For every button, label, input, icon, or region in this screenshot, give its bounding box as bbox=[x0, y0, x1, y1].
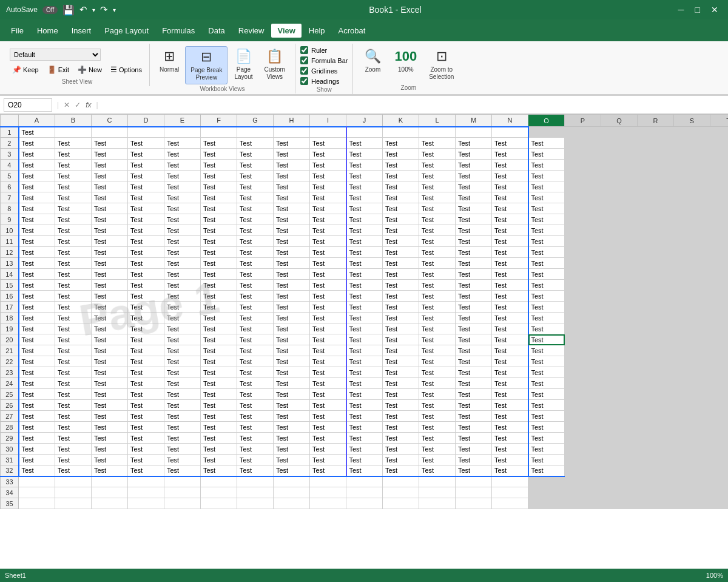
exit-button[interactable]: 🚪 Exit bbox=[45, 64, 72, 75]
cell-r29-c8[interactable]: Test bbox=[310, 433, 346, 444]
cell-r5-c18[interactable] bbox=[674, 171, 710, 181]
maximize-button[interactable]: □ bbox=[692, 5, 704, 15]
cell-r24-c4[interactable]: Test bbox=[164, 378, 201, 389]
cell-r3-c7[interactable]: Test bbox=[274, 149, 310, 160]
cell-r6-c11[interactable]: Test bbox=[419, 181, 456, 192]
cell-r8-c10[interactable]: Test bbox=[383, 203, 419, 214]
cell-r10-c8[interactable]: Test bbox=[310, 225, 346, 236]
cell-r14-c2[interactable]: Test bbox=[92, 269, 128, 280]
cell-r15-c1[interactable]: Test bbox=[55, 280, 92, 291]
cell-r23-c15[interactable] bbox=[565, 367, 601, 378]
cell-r29-c19[interactable] bbox=[710, 433, 729, 444]
cell-r21-c3[interactable]: Test bbox=[128, 345, 164, 356]
col-header-i[interactable]: I bbox=[310, 115, 346, 127]
menu-acrobat[interactable]: Acrobat bbox=[332, 24, 372, 38]
cell-r29-c11[interactable]: Test bbox=[419, 433, 456, 444]
cell-r4-c1[interactable]: Test bbox=[55, 160, 92, 171]
cell-r6-c18[interactable] bbox=[674, 181, 710, 192]
cell-r10-c11[interactable]: Test bbox=[419, 225, 456, 236]
cell-r22-c3[interactable]: Test bbox=[128, 356, 164, 367]
formula-bar-checkbox-row[interactable]: Formula Bar bbox=[300, 56, 348, 64]
cell-r28-c14[interactable]: Test bbox=[528, 422, 565, 433]
cell-r7-c5[interactable]: Test bbox=[201, 192, 237, 203]
cell-r9-c7[interactable]: Test bbox=[274, 214, 310, 225]
cell-r8-c7[interactable]: Test bbox=[274, 203, 310, 214]
cell-r21-c11[interactable]: Test bbox=[419, 345, 456, 356]
cell-r32-c11[interactable]: Test bbox=[419, 465, 456, 476]
cell-r11-c18[interactable] bbox=[674, 236, 710, 247]
cell-r14-c10[interactable]: Test bbox=[383, 269, 419, 280]
cell-r5-c1[interactable]: Test bbox=[55, 171, 92, 181]
sheet-tab[interactable]: Sheet1 bbox=[5, 572, 26, 579]
cell-r22-c17[interactable] bbox=[638, 356, 674, 367]
cell-r9-c6[interactable]: Test bbox=[237, 214, 274, 225]
cell-r2-c3[interactable]: Test bbox=[128, 138, 164, 149]
cell-r21-c17[interactable] bbox=[638, 345, 674, 356]
cell-r8-c1[interactable]: Test bbox=[55, 203, 92, 214]
cell-r26-c7[interactable]: Test bbox=[274, 400, 310, 411]
cell-r14-c5[interactable]: Test bbox=[201, 269, 237, 280]
col-header-g[interactable]: G bbox=[237, 115, 274, 127]
cell-r19-c11[interactable]: Test bbox=[419, 323, 456, 334]
cell-r14-c8[interactable]: Test bbox=[310, 269, 346, 280]
cell-r2-c4[interactable]: Test bbox=[164, 138, 201, 149]
cell-r19-c13[interactable]: Test bbox=[492, 323, 528, 334]
cell-r34-c7[interactable] bbox=[274, 487, 310, 498]
cell-r19-c8[interactable]: Test bbox=[310, 323, 346, 334]
cell-r6-c8[interactable]: Test bbox=[310, 181, 346, 192]
cell-r34-c1[interactable] bbox=[55, 487, 92, 498]
cell-r25-c5[interactable]: Test bbox=[201, 389, 237, 400]
cell-r26-c5[interactable]: Test bbox=[201, 400, 237, 411]
cell-r33-c5[interactable] bbox=[201, 476, 237, 487]
cell-r17-c19[interactable] bbox=[710, 302, 729, 313]
cell-r18-c1[interactable]: Test bbox=[55, 313, 92, 323]
cell-r12-c17[interactable] bbox=[638, 247, 674, 258]
cell-r12-c5[interactable]: Test bbox=[201, 247, 237, 258]
cell-r16-c3[interactable]: Test bbox=[128, 291, 164, 302]
cell-r30-c4[interactable]: Test bbox=[164, 444, 201, 455]
cell-r10-c4[interactable]: Test bbox=[164, 225, 201, 236]
cell-r20-c2[interactable]: Test bbox=[92, 334, 128, 345]
cell-r29-c5[interactable]: Test bbox=[201, 433, 237, 444]
cell-r31-c19[interactable] bbox=[710, 455, 729, 465]
cell-r22-c14[interactable]: Test bbox=[528, 356, 565, 367]
cell-r8-c9[interactable]: Test bbox=[346, 203, 383, 214]
cell-r15-c3[interactable]: Test bbox=[128, 280, 164, 291]
cell-r6-c9[interactable]: Test bbox=[346, 181, 383, 192]
cell-r29-c4[interactable]: Test bbox=[164, 433, 201, 444]
cell-r31-c13[interactable]: Test bbox=[492, 455, 528, 465]
cell-r23-c7[interactable]: Test bbox=[274, 367, 310, 378]
cell-r21-c10[interactable]: Test bbox=[383, 345, 419, 356]
cell-r23-c10[interactable]: Test bbox=[383, 367, 419, 378]
cell-r6-c5[interactable]: Test bbox=[201, 181, 237, 192]
cell-r25-c7[interactable]: Test bbox=[274, 389, 310, 400]
cell-r12-c3[interactable]: Test bbox=[128, 247, 164, 258]
cell-r26-c15[interactable] bbox=[565, 400, 601, 411]
cell-r22-c11[interactable]: Test bbox=[419, 356, 456, 367]
cell-r7-c18[interactable] bbox=[674, 192, 710, 203]
cell-r35-c4[interactable] bbox=[164, 498, 201, 509]
cell-r5-c0[interactable]: Test bbox=[19, 171, 55, 181]
cell-r21-c13[interactable]: Test bbox=[492, 345, 528, 356]
cell-r29-c7[interactable]: Test bbox=[274, 433, 310, 444]
cell-r17-c10[interactable]: Test bbox=[383, 302, 419, 313]
cell-r30-c6[interactable]: Test bbox=[237, 444, 274, 455]
cell-r17-c14[interactable]: Test bbox=[528, 302, 565, 313]
cell-r5-c13[interactable]: Test bbox=[492, 171, 528, 181]
cell-r21-c2[interactable]: Test bbox=[92, 345, 128, 356]
cell-r26-c11[interactable]: Test bbox=[419, 400, 456, 411]
cell-r4-c16[interactable] bbox=[601, 160, 638, 171]
cell-r7-c10[interactable]: Test bbox=[383, 192, 419, 203]
cell-r5-c2[interactable]: Test bbox=[92, 171, 128, 181]
cell-r2-c6[interactable]: Test bbox=[237, 138, 274, 149]
cell-r20-c18[interactable] bbox=[674, 334, 710, 345]
col-header-c[interactable]: C bbox=[92, 115, 128, 127]
cell-r17-c7[interactable]: Test bbox=[274, 302, 310, 313]
cell-r4-c18[interactable] bbox=[674, 160, 710, 171]
cell-r35-c18[interactable] bbox=[674, 498, 710, 509]
cell-r12-c12[interactable]: Test bbox=[456, 247, 492, 258]
cell-r28-c3[interactable]: Test bbox=[128, 422, 164, 433]
cell-r19-c9[interactable]: Test bbox=[346, 323, 383, 334]
cell-r13-c5[interactable]: Test bbox=[201, 258, 237, 269]
cell-r20-c7[interactable]: Test bbox=[274, 334, 310, 345]
